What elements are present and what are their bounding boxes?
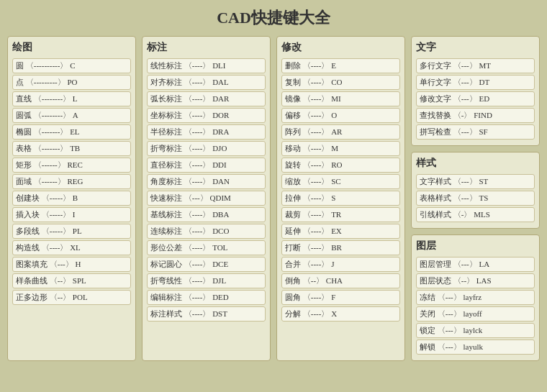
list-item: 对齐标注 〈----〉 DAL: [147, 75, 266, 90]
section-dim: 标注 线性标注 〈----〉 DLI对齐标注 〈----〉 DAL弧长标注 〈-…: [142, 36, 271, 361]
list-item: 裁剪 〈----〉 TR: [281, 207, 400, 222]
list-item: 倒角 〈--〉 CHA: [281, 273, 400, 288]
text-items: 多行文字 〈---〉 MT单行文字 〈---〉 DT修改文字 〈---〉 ED查…: [416, 58, 535, 140]
list-item: 样条曲线 〈--〉 SPL: [12, 273, 131, 288]
section-text: 文字 多行文字 〈---〉 MT单行文字 〈---〉 DT修改文字 〈---〉 …: [411, 36, 540, 146]
list-item: 引线样式 〈-〉 MLS: [416, 207, 535, 222]
list-item: 圆 〈----------〉 C: [12, 58, 131, 73]
right-column: 文字 多行文字 〈---〉 MT单行文字 〈---〉 DT修改文字 〈---〉 …: [411, 36, 540, 361]
list-item: 插入块 〈-----〉 I: [12, 207, 131, 222]
list-item: 删除 〈----〉 E: [281, 58, 400, 73]
list-item: 拉伸 〈----〉 S: [281, 191, 400, 206]
list-item: 偏移 〈----〉 O: [281, 108, 400, 123]
dim-items: 线性标注 〈----〉 DLI对齐标注 〈----〉 DAL弧长标注 〈----…: [147, 58, 266, 322]
list-item: 快速标注 〈---〉 QDIM: [147, 191, 266, 206]
list-item: 基线标注 〈----〉 DBA: [147, 207, 266, 222]
section-modify: 修改 删除 〈----〉 E复制 〈----〉 CO镜像 〈----〉 MI偏移…: [276, 36, 405, 361]
list-item: 表格 〈-------〉 TB: [12, 141, 131, 156]
list-item: 移动 〈----〉 M: [281, 141, 400, 156]
layer-title: 图层: [416, 240, 535, 254]
list-item: 延伸 〈----〉 EX: [281, 224, 400, 239]
list-item: 图案填充 〈---〉 H: [12, 257, 131, 272]
list-item: 矩形 〈------〉 REC: [12, 158, 131, 173]
list-item: 正多边形 〈--〉 POL: [12, 290, 131, 305]
list-item: 多行文字 〈---〉 MT: [416, 58, 535, 73]
list-item: 修改文字 〈---〉 ED: [416, 91, 535, 106]
list-item: 编辑标注 〈----〉 DED: [147, 290, 266, 305]
list-item: 缩放 〈----〉 SC: [281, 174, 400, 189]
list-item: 冻结 〈---〉 layfrz: [416, 290, 535, 305]
style-items: 文字样式 〈---〉 ST表格样式 〈---〉 TS引线样式 〈-〉 MLS: [416, 174, 535, 222]
list-item: 锁定 〈---〉 laylck: [416, 323, 535, 338]
section-style: 样式 文字样式 〈---〉 ST表格样式 〈---〉 TS引线样式 〈-〉 ML…: [411, 152, 540, 229]
list-item: 图层管理 〈---〉 LA: [416, 257, 535, 272]
list-item: 解锁 〈---〉 layulk: [416, 339, 535, 355]
main-grid: 绘图 圆 〈----------〉 C点 〈---------〉 PO直线 〈-…: [7, 36, 540, 361]
list-item: 连续标注 〈----〉 DCO: [147, 224, 266, 239]
list-item: 阵列 〈----〉 AR: [281, 124, 400, 140]
drawing-title: 绘图: [12, 41, 131, 55]
list-item: 表格样式 〈---〉 TS: [416, 191, 535, 206]
list-item: 形位公差 〈----〉 TOL: [147, 240, 266, 255]
section-layer: 图层 图层管理 〈---〉 LA图层状态 〈--〉 LAS冻结 〈---〉 la…: [411, 234, 540, 361]
list-item: 点 〈---------〉 PO: [12, 75, 131, 90]
list-item: 线性标注 〈----〉 DLI: [147, 58, 266, 73]
list-item: 查找替换 〈-〉 FIND: [416, 108, 535, 123]
list-item: 折弯标注 〈----〉 DJO: [147, 141, 266, 156]
list-item: 构造线 〈----〉 XL: [12, 240, 131, 255]
section-drawing: 绘图 圆 〈----------〉 C点 〈---------〉 PO直线 〈-…: [7, 36, 136, 361]
list-item: 标记圆心 〈----〉 DCE: [147, 257, 266, 272]
drawing-items: 圆 〈----------〉 C点 〈---------〉 PO直线 〈----…: [12, 58, 131, 305]
list-item: 圆角 〈----〉 F: [281, 290, 400, 305]
list-item: 旋转 〈----〉 RO: [281, 158, 400, 173]
list-item: 关闭 〈---〉 layoff: [416, 306, 535, 322]
page-title: CAD快捷键大全: [7, 7, 540, 29]
list-item: 镜像 〈----〉 MI: [281, 91, 400, 106]
list-item: 分解 〈----〉 X: [281, 306, 400, 322]
list-item: 弧长标注 〈----〉 DAR: [147, 91, 266, 106]
list-item: 圆弧 〈--------〉 A: [12, 108, 131, 123]
layer-items: 图层管理 〈---〉 LA图层状态 〈--〉 LAS冻结 〈---〉 layfr…: [416, 257, 535, 355]
list-item: 单行文字 〈---〉 DT: [416, 75, 535, 90]
list-item: 拼写检查 〈---〉 SF: [416, 124, 535, 140]
style-title: 样式: [416, 157, 535, 171]
text-title: 文字: [416, 41, 535, 55]
dim-title: 标注: [147, 41, 266, 55]
list-item: 文字样式 〈---〉 ST: [416, 174, 535, 189]
list-item: 合并 〈----〉 J: [281, 257, 400, 272]
list-item: 创建块 〈-----〉 B: [12, 191, 131, 206]
list-item: 直径标注 〈----〉 DDI: [147, 158, 266, 173]
list-item: 折弯线性 〈----〉 DJL: [147, 273, 266, 288]
list-item: 直线 〈--------〉 L: [12, 91, 131, 106]
list-item: 打断 〈----〉 BR: [281, 240, 400, 255]
list-item: 标注样式 〈----〉 DST: [147, 306, 266, 322]
modify-title: 修改: [281, 41, 400, 55]
list-item: 坐标标注 〈----〉 DOR: [147, 108, 266, 123]
modify-items: 删除 〈----〉 E复制 〈----〉 CO镜像 〈----〉 MI偏移 〈-…: [281, 58, 400, 322]
list-item: 图层状态 〈--〉 LAS: [416, 273, 535, 288]
list-item: 角度标注 〈----〉 DAN: [147, 174, 266, 189]
list-item: 椭圆 〈-------〉 EL: [12, 124, 131, 140]
list-item: 多段线 〈-----〉 PL: [12, 224, 131, 239]
list-item: 复制 〈----〉 CO: [281, 75, 400, 90]
list-item: 面域 〈------〉 REG: [12, 174, 131, 189]
list-item: 半径标注 〈----〉 DRA: [147, 124, 266, 140]
